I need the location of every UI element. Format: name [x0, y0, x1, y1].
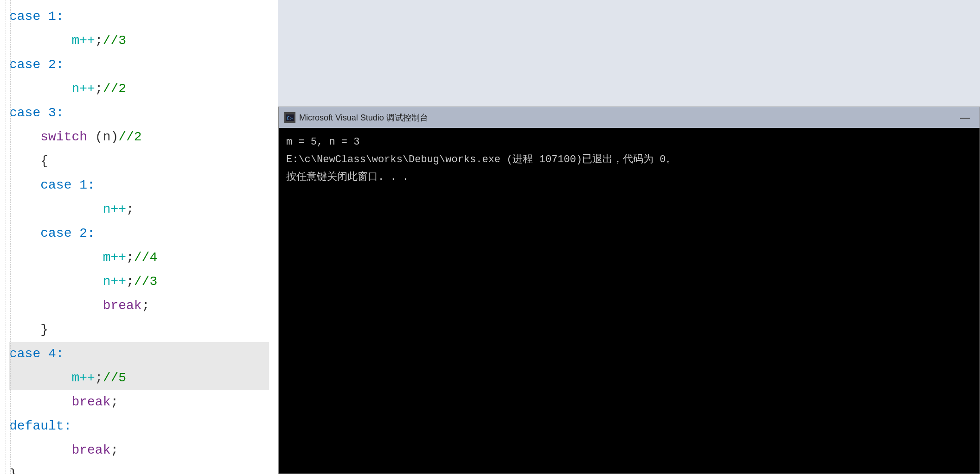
code-token: n++ [103, 270, 126, 294]
code-line: default: [9, 414, 269, 438]
margin-line-2 [10, 0, 11, 474]
code-token: ; [110, 438, 118, 462]
code-line: break; [9, 294, 269, 318]
code-token: break [71, 438, 110, 462]
console-output: m = 5, n = 3E:\c\NewClass\works\Debug\wo… [286, 133, 972, 186]
code-token: default: [9, 414, 71, 438]
code-token: //5 [103, 366, 126, 390]
console-app-icon: C> [284, 112, 295, 123]
code-token: { [40, 149, 48, 173]
code-token: ; [142, 294, 150, 318]
code-token: m++ [71, 29, 95, 53]
code-token: ; [126, 246, 134, 270]
code-token: case 2: [9, 53, 64, 77]
code-token: case 1: [9, 5, 64, 29]
code-line: case 1: [9, 5, 269, 29]
console-minimize-button[interactable]: — [956, 112, 974, 124]
code-token: case 4: [9, 342, 64, 366]
code-token: switch [40, 125, 87, 149]
console-output-line: E:\c\NewClass\works\Debug\works.exe (进程 … [286, 151, 972, 169]
code-line: case 2: [9, 53, 269, 77]
code-token: ; [95, 77, 103, 101]
code-token: } [40, 318, 48, 342]
code-line: n++;//2 [9, 77, 269, 101]
code-token: ; [126, 197, 134, 221]
code-line: m++;//5 [9, 366, 269, 390]
code-token: ; [126, 270, 134, 294]
code-token: case 1: [40, 173, 95, 197]
code-token: ; [95, 29, 103, 53]
code-content: case 1: m++;//3case 2: n++;//2case 3: sw… [0, 0, 278, 474]
code-line: m++;//4 [9, 246, 269, 270]
console-output-line: 按任意键关闭此窗口. . . [286, 169, 972, 186]
code-token: m++ [71, 366, 95, 390]
console-title-text: Microsoft Visual Studio 调试控制台 [299, 112, 428, 123]
right-panel-background [278, 0, 980, 107]
code-token: //2 [103, 77, 126, 101]
code-token: m++ [103, 246, 126, 270]
console-body: m = 5, n = 3E:\c\NewClass\works\Debug\wo… [279, 128, 980, 474]
console-title-left: C> Microsoft Visual Studio 调试控制台 [284, 112, 428, 123]
margin-line-1 [6, 0, 6, 474]
code-token: ; [95, 366, 103, 390]
code-token: //3 [103, 29, 126, 53]
console-output-line: m = 5, n = 3 [286, 133, 972, 151]
code-line: case 4: [9, 342, 269, 366]
code-token: break [71, 390, 110, 414]
console-titlebar: C> Microsoft Visual Studio 调试控制台 — [279, 107, 980, 128]
code-line: } [9, 462, 269, 474]
code-line: n++;//3 [9, 270, 269, 294]
code-editor: case 1: m++;//3case 2: n++;//2case 3: sw… [0, 0, 278, 474]
code-line: break; [9, 390, 269, 414]
code-line: m++;//3 [9, 29, 269, 53]
code-line: switch (n)//2 [9, 125, 269, 149]
console-window: C> Microsoft Visual Studio 调试控制台 — m = 5… [278, 107, 980, 474]
code-token: //3 [134, 270, 157, 294]
code-token: n++ [71, 77, 95, 101]
code-line: { [9, 149, 269, 173]
code-token: case 2: [40, 221, 95, 246]
code-line: case 1: [9, 173, 269, 197]
code-token: (n) [87, 125, 118, 149]
code-token: //2 [118, 125, 141, 149]
code-line: case 3: [9, 101, 269, 125]
code-line: n++; [9, 197, 269, 221]
svg-text:C>: C> [287, 115, 293, 121]
code-line: break; [9, 438, 269, 462]
code-token: break [103, 294, 142, 318]
code-token: //4 [134, 246, 157, 270]
code-line: } [9, 318, 269, 342]
code-line: case 2: [9, 221, 269, 246]
code-token: ; [110, 390, 118, 414]
code-token: case 3: [9, 101, 64, 125]
code-token: n++ [103, 197, 126, 221]
